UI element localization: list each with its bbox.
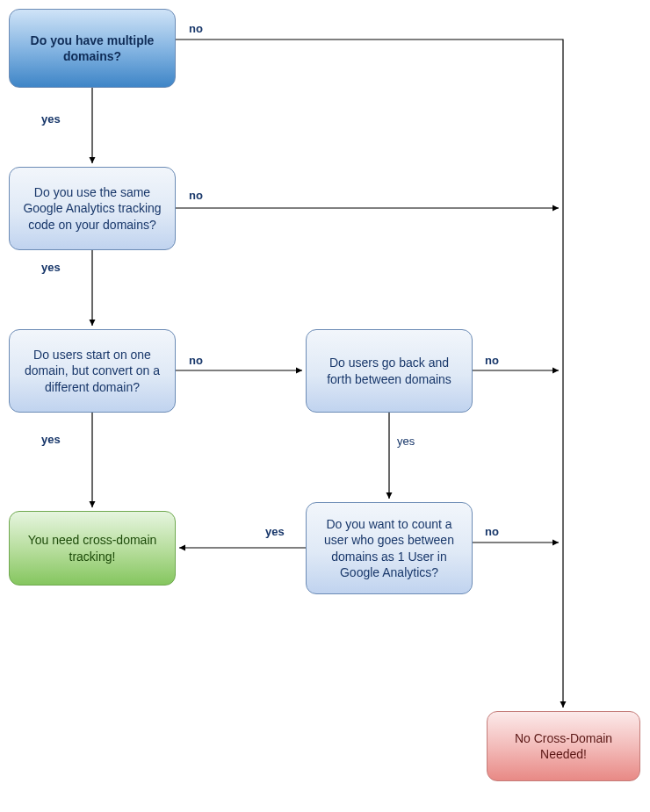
label-n4-yes: yes: [395, 435, 416, 448]
label-n3-yes: yes: [40, 433, 62, 446]
label-n5-yes: yes: [264, 525, 286, 538]
label-n2-yes: yes: [40, 261, 62, 274]
node-no-cross-domain: No Cross-Domain Needed!: [487, 711, 640, 781]
label-n4-no: no: [483, 354, 501, 367]
label-n1-yes: yes: [40, 112, 62, 126]
node-text: You need cross-domain tracking!: [18, 532, 166, 564]
label-n3-no: no: [187, 354, 205, 367]
node-text: Do you use the same Google Analytics tra…: [18, 184, 166, 233]
node-count-as-one-user: Do you want to count a user who goes bet…: [306, 502, 473, 594]
node-same-tracking-code: Do you use the same Google Analytics tra…: [9, 167, 176, 250]
label-n2-no: no: [187, 189, 205, 202]
node-back-and-forth: Do users go back and forth between domai…: [306, 329, 473, 413]
node-text: No Cross-Domain Needed!: [496, 730, 631, 762]
node-multiple-domains: Do you have multiple domains?: [9, 9, 176, 88]
node-need-cross-domain: You need cross-domain tracking!: [9, 511, 176, 586]
node-text: Do users go back and forth between domai…: [315, 355, 463, 386]
label-n1-no: no: [187, 22, 205, 35]
node-text: Do you have multiple domains?: [18, 32, 166, 64]
node-text: Do you want to count a user who goes bet…: [315, 516, 463, 580]
node-text: Do users start on one domain, but conver…: [18, 347, 166, 395]
node-start-convert-diff: Do users start on one domain, but conver…: [9, 329, 176, 413]
label-n5-no: no: [483, 525, 501, 538]
